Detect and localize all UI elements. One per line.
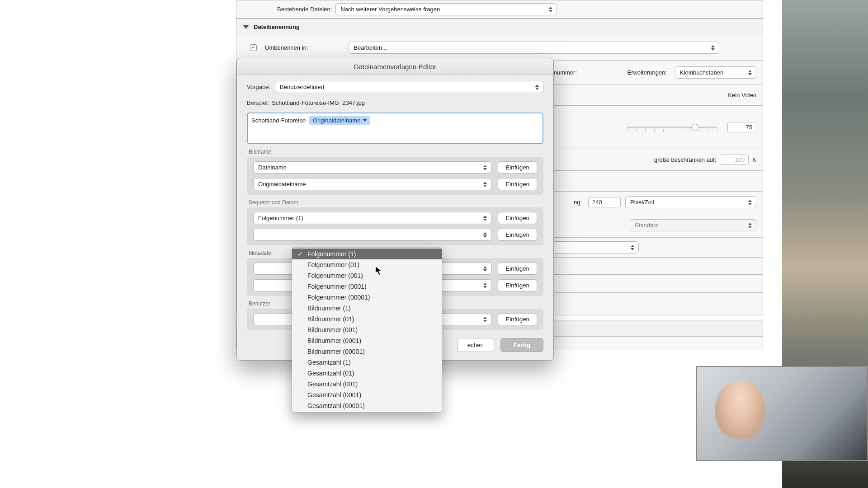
done-button[interactable]: Fertig — [500, 338, 543, 352]
extensions-label: Erweiterungen: — [627, 69, 667, 76]
limit-unit: K — [752, 156, 756, 163]
dropdown-item[interactable]: Folgenummer (01) — [292, 259, 442, 270]
resolution-unit-select[interactable]: Pixel/Zoll — [625, 196, 756, 208]
sequenz-select-1-value — [258, 231, 260, 238]
editor-title: Dateinamenvorlagen-Editor — [237, 58, 553, 75]
updown-icon — [482, 231, 488, 239]
benutzer-insert-0[interactable]: Einfügen — [498, 313, 537, 325]
bildname-select-1-value: Originaldateiname — [258, 181, 306, 188]
dropdown-item[interactable]: Bildnummer (01) — [292, 314, 442, 324]
bildname-insert-0[interactable]: Einfügen — [498, 161, 537, 174]
dropdown-item[interactable]: Folgenummer (1) — [292, 249, 442, 259]
rename-template-select[interactable]: Bearbeiten... — [349, 42, 719, 54]
bildname-select-0[interactable]: Dateiname — [253, 161, 491, 174]
dropdown-item[interactable]: Gesamtzahl (001) — [292, 379, 442, 389]
resolution-unit-value: Pixel/Zoll — [630, 199, 654, 206]
existing-files-select[interactable]: Nach weiterer Vorgehensweise fragen — [335, 3, 557, 15]
updown-icon — [547, 6, 554, 13]
updown-icon — [747, 199, 753, 206]
cancel-label-tail: echen — [467, 342, 484, 348]
dropdown-item[interactable]: Gesamtzahl (0001) — [292, 389, 442, 400]
limit-label: größe beschränken auf: — [654, 156, 716, 163]
preset-row: Vorgabe: Benutzerdefiniert — [247, 81, 543, 93]
template-text: Schottland-Fotoreise- — [251, 117, 307, 124]
section-title: Dateibenennung — [254, 23, 300, 30]
dropdown-item[interactable]: Folgenummer (00001) — [292, 292, 442, 303]
sequenz-insert-1[interactable]: Einfügen — [498, 229, 537, 241]
res-label: ng: — [574, 199, 582, 206]
sharpen-select[interactable]: Standard — [630, 219, 756, 231]
sharpen-value: Standard — [635, 222, 659, 229]
slider-ticks — [627, 129, 717, 132]
dropdown-item[interactable]: Bildnummer (0001) — [292, 335, 442, 346]
group-sequenz: Folgenummer (1) Einfügen Einfügen — [247, 207, 543, 245]
rename-label: Umbenennen in: — [265, 44, 308, 51]
template-input[interactable]: Schottland-Fotoreise- Originaldateiname — [247, 113, 543, 144]
updown-icon — [482, 316, 488, 323]
dropdown-item[interactable]: Gesamtzahl (01) — [292, 368, 442, 379]
sequenz-select-1[interactable] — [253, 229, 491, 241]
group-sequenz-label: Sequenz und Datum — [249, 199, 542, 206]
section-file-naming[interactable]: Dateibenennung — [236, 19, 763, 35]
updown-icon — [482, 282, 488, 289]
dropdown-item[interactable]: Bildnummer (001) — [292, 324, 442, 335]
bildname-insert-1[interactable]: Einfügen — [498, 178, 537, 190]
rename-checkbox[interactable] — [250, 44, 257, 51]
extensions-select[interactable]: Kleinbuchstaben — [675, 66, 756, 79]
dropdown-item[interactable]: Bildnummer (1) — [292, 303, 442, 314]
quality-slider[interactable] — [627, 127, 717, 128]
group-bildname: Dateiname Einfügen Originaldateiname Ein… — [247, 157, 543, 195]
preset-value: Benutzerdefiniert — [280, 84, 324, 90]
cursor-icon — [375, 266, 383, 277]
slider-thumb[interactable] — [691, 124, 698, 131]
sequence-dropdown[interactable]: Folgenummer (1)Folgenummer (01)Folgenumm… — [292, 247, 442, 413]
rename-template-value: Bearbeiten... — [354, 44, 387, 51]
existing-files-row: Bestehende Dateien: Nach weiterer Vorgeh… — [236, 0, 763, 19]
limit-input[interactable]: 100 — [720, 155, 749, 165]
updown-icon — [482, 181, 488, 188]
example-row: Beispiel: Schottland-Fotoreise-IMG_2347.… — [247, 99, 543, 106]
updown-icon — [482, 215, 488, 222]
updown-icon — [482, 164, 488, 171]
no-video-label: Kein Video — [728, 92, 756, 99]
token-label: Originaldateiname — [313, 117, 361, 124]
dropdown-item[interactable]: Gesamtzahl (1) — [292, 357, 442, 368]
dropdown-item[interactable]: Gesamtzahl (00001) — [292, 400, 442, 411]
group-bildname-label: Bildname — [249, 149, 542, 155]
bildname-select-0-value: Dateiname — [258, 164, 287, 171]
preset-label: Vorgabe: — [247, 84, 270, 90]
updown-icon — [629, 244, 636, 251]
updown-icon — [710, 44, 716, 52]
chevron-down-icon — [243, 25, 249, 29]
chevron-down-icon — [363, 119, 367, 122]
token-original-filename[interactable]: Originaldateiname — [309, 116, 371, 125]
quality-input[interactable]: 75 — [727, 122, 756, 132]
sequenz-select-0[interactable]: Folgenummer (1) — [253, 212, 491, 224]
rename-pane: Umbenennen in: Bearbeiten... — [236, 35, 763, 61]
bildname-select-1[interactable]: Originaldateiname — [253, 178, 491, 190]
extensions-value: Kleinbuchstaben — [680, 69, 723, 76]
dropdown-item[interactable]: Bildnummer (00001) — [292, 346, 442, 357]
updown-icon — [534, 84, 540, 91]
sequenz-insert-0[interactable]: Einfügen — [498, 212, 537, 224]
preset-select[interactable]: Benutzerdefiniert — [275, 81, 543, 93]
resolution-input[interactable]: 240 — [588, 197, 621, 207]
dropdown-item[interactable]: Folgenummer (001) — [292, 270, 442, 281]
updown-icon — [747, 222, 753, 229]
metadaten-insert-1[interactable]: Einfügen — [498, 279, 537, 291]
cancel-button[interactable]: echen — [457, 338, 494, 352]
example-value: Schottland-Fotoreise-IMG_2347.jpg — [272, 99, 365, 106]
metadaten-insert-0[interactable]: Einfügen — [498, 263, 537, 275]
dropdown-item[interactable]: Folgenummer (0001) — [292, 281, 442, 292]
example-label: Beispiel: — [247, 99, 269, 106]
webcam-overlay — [696, 366, 868, 461]
updown-icon — [482, 265, 488, 272]
updown-icon — [747, 69, 753, 76]
existing-files-value: Nach weiterer Vorgehensweise fragen — [340, 6, 440, 13]
existing-files-label: Bestehende Dateien: — [277, 6, 332, 13]
sequenz-select-0-value: Folgenummer (1) — [258, 215, 303, 221]
